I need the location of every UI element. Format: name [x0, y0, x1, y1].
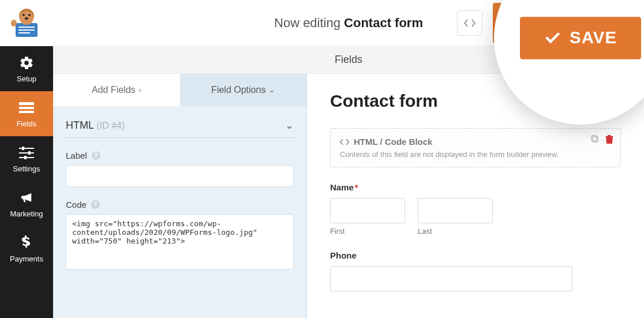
code-icon	[464, 19, 475, 27]
last-sublabel: Last	[418, 227, 493, 235]
sidebar-label: Fields	[17, 119, 37, 128]
first-name-input[interactable]	[330, 198, 405, 223]
sidebar: Setup Fields Settings Marketing Payments	[0, 0, 53, 318]
gear-icon	[18, 55, 35, 71]
svg-point-6	[23, 14, 25, 16]
sidebar-label: Settings	[13, 164, 40, 173]
sidebar-item-fields[interactable]: Fields	[0, 91, 53, 136]
sidebar-label: Marketing	[10, 209, 43, 218]
duplicate-icon[interactable]	[590, 134, 600, 146]
svg-rect-14	[19, 152, 34, 154]
first-sublabel: First	[330, 227, 405, 235]
chevron-down-icon: ⌄	[269, 86, 275, 94]
sliders-icon	[18, 145, 35, 161]
svg-point-7	[28, 14, 31, 16]
code-textarea[interactable]	[66, 214, 294, 270]
html-block-note: Contents of this field are not displayed…	[340, 150, 611, 159]
chevron-down-icon: ⌄	[285, 119, 294, 132]
sidebar-item-payments[interactable]: Payments	[0, 226, 53, 271]
bullhorn-icon	[18, 190, 35, 206]
logo	[0, 0, 53, 46]
svg-rect-10	[19, 102, 34, 105]
label-label: Label	[66, 151, 87, 160]
svg-rect-17	[28, 151, 31, 155]
html-block-field[interactable]: HTML / Code Block Contents of this field…	[330, 128, 621, 167]
tab-label: Field Options	[211, 85, 265, 95]
svg-rect-3	[18, 32, 30, 33]
svg-rect-16	[22, 147, 24, 150]
sidebar-item-settings[interactable]: Settings	[0, 136, 53, 181]
svg-rect-2	[18, 29, 35, 31]
label-input[interactable]	[66, 165, 294, 187]
help-icon[interactable]: ?	[91, 200, 100, 209]
left-panel: Add Fields › Field Options ⌄ HTML (ID #4…	[53, 74, 307, 318]
save-button-highlight[interactable]: SAVE	[520, 17, 641, 59]
phone-field-label: Phone	[330, 250, 621, 260]
svg-rect-13	[19, 148, 34, 149]
list-icon	[18, 100, 35, 116]
svg-rect-11	[19, 107, 34, 109]
last-name-input[interactable]	[418, 198, 493, 223]
tab-label: Add Fields	[92, 85, 136, 95]
sidebar-item-marketing[interactable]: Marketing	[0, 181, 53, 226]
svg-point-9	[11, 20, 17, 27]
tab-field-options[interactable]: Field Options ⌄	[180, 74, 307, 106]
sidebar-item-setup[interactable]: Setup	[0, 46, 53, 91]
code-icon	[340, 139, 349, 145]
trash-icon[interactable]	[605, 134, 613, 146]
sidebar-label: Setup	[17, 74, 36, 83]
wpforms-logo-icon	[9, 7, 44, 39]
name-field-label: Name*	[330, 182, 621, 192]
editing-title: Now editing Contact form	[274, 16, 423, 31]
svg-rect-12	[19, 111, 34, 113]
embed-button[interactable]	[457, 10, 482, 36]
svg-rect-1	[18, 27, 35, 28]
dollar-icon	[18, 235, 35, 251]
help-icon[interactable]: ?	[92, 151, 100, 160]
code-label: Code	[66, 200, 87, 209]
tab-add-fields[interactable]: Add Fields ›	[53, 74, 180, 106]
chevron-right-icon: ›	[139, 86, 141, 94]
check-icon	[544, 29, 561, 46]
html-block-title: HTML / Code Block	[354, 137, 432, 147]
sidebar-label: Payments	[10, 255, 43, 263]
field-options-header[interactable]: HTML (ID #4) ⌄	[66, 119, 294, 138]
phone-input[interactable]	[330, 266, 572, 291]
svg-rect-18	[24, 156, 27, 159]
svg-point-8	[25, 17, 28, 20]
